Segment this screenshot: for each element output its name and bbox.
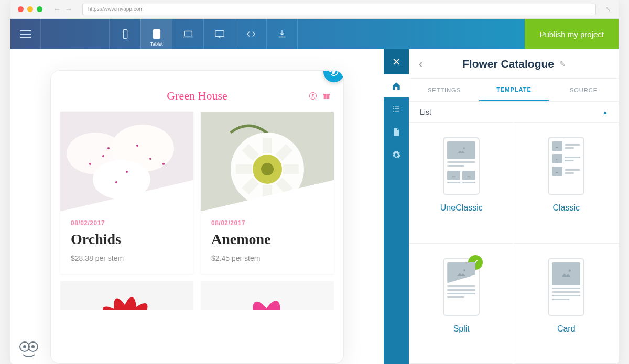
mascot-icon bbox=[18, 339, 39, 360]
rotate-button[interactable] bbox=[323, 70, 344, 82]
device-label: Tablet bbox=[150, 41, 162, 47]
device-tablet[interactable]: Tablet bbox=[140, 19, 172, 49]
section-list-toggle[interactable]: List ▲ bbox=[409, 102, 619, 123]
template-label: UneClassic bbox=[440, 203, 483, 213]
address-bar[interactable]: https://www.myapp.com bbox=[82, 4, 596, 15]
section-label: List bbox=[420, 108, 431, 116]
svg-point-6 bbox=[23, 345, 26, 348]
tab-template[interactable]: TEMPLATE bbox=[479, 79, 549, 101]
product-date: 08/02/2017 bbox=[71, 219, 183, 227]
site-brand: Green House bbox=[167, 89, 227, 103]
product-price: $2.45 per stem bbox=[211, 254, 323, 262]
nav-page-icon[interactable] bbox=[384, 120, 409, 144]
svg-rect-2 bbox=[184, 31, 192, 36]
svg-point-17 bbox=[102, 155, 104, 157]
app-toolbar: Tablet Publish my project bbox=[10, 19, 619, 49]
device-phone[interactable] bbox=[109, 19, 140, 49]
profile-icon[interactable] bbox=[309, 92, 317, 100]
product-date: 08/02/2017 bbox=[211, 219, 323, 227]
publish-button[interactable]: Publish my project bbox=[525, 19, 619, 49]
product-thumb[interactable] bbox=[201, 281, 334, 310]
panel-back-icon[interactable]: ‹ bbox=[419, 58, 422, 70]
svg-point-20 bbox=[149, 158, 151, 160]
product-card[interactable]: 08/02/2017 Anemone $2.45 per stem bbox=[201, 112, 334, 274]
product-price: $28.38 per stem bbox=[71, 254, 183, 262]
nav-list-icon[interactable] bbox=[384, 97, 409, 120]
properties-panel: ‹ Flower Catalogue ✎ SETTINGS TEMPLATE S… bbox=[409, 49, 619, 364]
expand-icon[interactable]: ⤡ bbox=[605, 5, 611, 13]
nav-back-icon[interactable]: ← bbox=[53, 5, 61, 14]
edit-title-icon[interactable]: ✎ bbox=[559, 60, 566, 68]
url-text: https://www.myapp.com bbox=[88, 6, 144, 12]
window-controls[interactable] bbox=[18, 6, 42, 12]
svg-rect-44 bbox=[201, 281, 334, 310]
device-laptop[interactable] bbox=[172, 19, 203, 49]
tablet-preview-frame: Green House bbox=[50, 70, 344, 364]
svg-rect-1 bbox=[153, 30, 160, 39]
svg-point-21 bbox=[126, 171, 128, 173]
svg-rect-3 bbox=[215, 31, 224, 37]
chevron-up-icon: ▲ bbox=[602, 109, 608, 115]
tab-settings[interactable]: SETTINGS bbox=[409, 79, 479, 101]
svg-point-28 bbox=[261, 163, 274, 175]
template-card[interactable]: Card bbox=[514, 244, 619, 365]
device-download[interactable] bbox=[266, 19, 298, 49]
product-image bbox=[60, 112, 193, 211]
close-panel-button[interactable]: ✕ bbox=[384, 49, 409, 74]
svg-point-24 bbox=[162, 163, 165, 165]
svg-rect-8 bbox=[332, 70, 337, 74]
template-label: Split bbox=[453, 324, 470, 334]
product-image bbox=[201, 112, 334, 211]
design-canvas: Green House bbox=[10, 49, 384, 364]
tab-source[interactable]: SOURCE bbox=[549, 79, 619, 101]
svg-point-10 bbox=[312, 94, 314, 96]
product-title: Orchids bbox=[71, 231, 183, 248]
svg-point-23 bbox=[89, 163, 91, 165]
template-label: Classic bbox=[552, 203, 580, 213]
device-code[interactable] bbox=[235, 19, 266, 49]
template-label: Card bbox=[557, 324, 576, 334]
device-desktop[interactable] bbox=[203, 19, 235, 49]
browser-chrome: ← → https://www.myapp.com ⤡ bbox=[10, 0, 619, 19]
product-title: Anemone bbox=[211, 231, 323, 248]
template-uneclassic[interactable]: UneClassic bbox=[409, 123, 514, 244]
product-card[interactable]: 08/02/2017 Orchids $28.38 per stem bbox=[60, 112, 193, 274]
template-split[interactable]: ✓ Split bbox=[409, 244, 514, 365]
svg-rect-0 bbox=[123, 30, 127, 39]
nav-settings-icon[interactable] bbox=[384, 144, 409, 167]
panel-title: Flower Catalogue bbox=[462, 58, 554, 70]
nav-home-icon[interactable] bbox=[384, 74, 409, 97]
svg-point-19 bbox=[136, 145, 138, 147]
gift-icon[interactable] bbox=[322, 92, 331, 100]
svg-point-18 bbox=[107, 147, 110, 149]
menu-button[interactable] bbox=[10, 19, 41, 49]
template-classic[interactable]: Classic bbox=[514, 123, 619, 244]
product-thumb[interactable] bbox=[60, 281, 193, 310]
nav-forward-icon[interactable]: → bbox=[64, 5, 73, 14]
svg-point-7 bbox=[31, 345, 35, 348]
side-toolbar: ✕ bbox=[384, 49, 409, 364]
